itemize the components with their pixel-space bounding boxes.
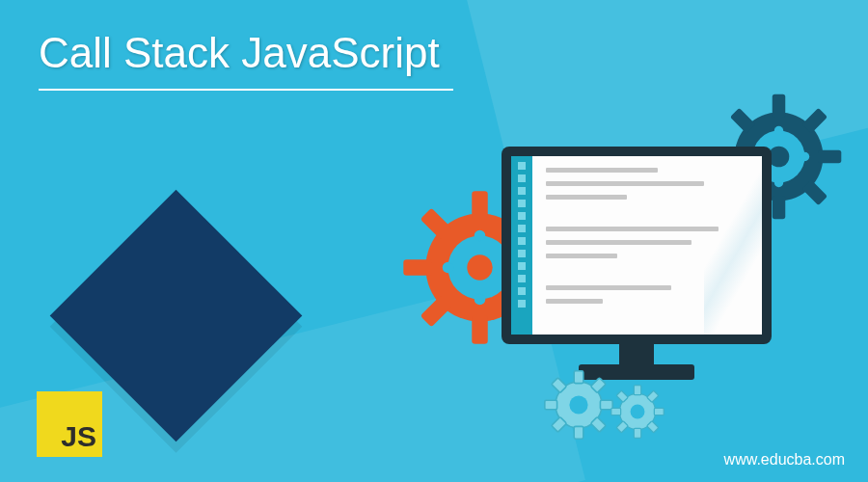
screen-content	[532, 156, 762, 335]
svg-point-27	[774, 178, 783, 187]
svg-rect-3	[403, 259, 432, 276]
svg-point-10	[467, 254, 492, 280]
gear-icon	[540, 366, 617, 443]
monitor-icon	[502, 147, 772, 344]
svg-point-26	[774, 126, 783, 135]
svg-rect-33	[545, 400, 557, 410]
svg-rect-42	[634, 428, 640, 438]
svg-point-12	[475, 294, 486, 306]
svg-rect-19	[818, 150, 841, 164]
svg-rect-32	[574, 426, 583, 439]
javascript-logo-icon: JS	[37, 391, 102, 457]
svg-rect-31	[574, 371, 583, 384]
svg-point-13	[443, 262, 454, 274]
svg-rect-43	[611, 408, 621, 415]
svg-point-39	[569, 395, 587, 414]
website-url: www.educba.com	[724, 451, 845, 469]
svg-point-29	[800, 152, 809, 161]
svg-rect-16	[773, 94, 786, 118]
svg-point-11	[475, 230, 486, 242]
svg-rect-41	[634, 386, 640, 395]
screen-sidebar	[511, 156, 532, 335]
page-title: Call Stack JavaScript	[39, 29, 440, 91]
svg-rect-1	[472, 191, 488, 220]
logo-text: JS	[61, 420, 96, 453]
illustration-group	[482, 135, 800, 424]
svg-point-49	[631, 405, 645, 419]
svg-rect-44	[654, 408, 664, 415]
gear-icon	[608, 382, 667, 442]
title-underline	[39, 89, 453, 91]
svg-rect-17	[773, 196, 786, 219]
monitor-screen	[511, 156, 762, 335]
svg-rect-2	[472, 315, 488, 344]
